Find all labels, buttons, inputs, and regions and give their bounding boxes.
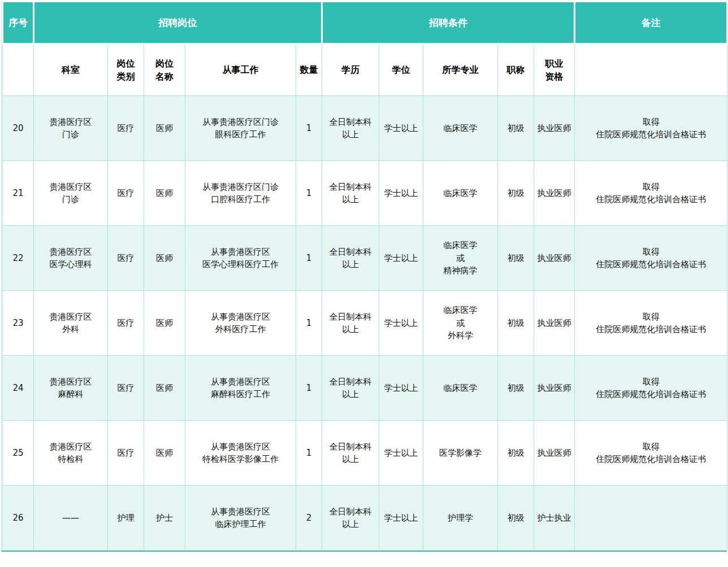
cell-education: 全日制本科 以上 (322, 356, 379, 421)
header-remark: 备注 (575, 2, 727, 44)
header-remark-spacer (575, 44, 727, 96)
cell-dept: 贵港医疗区 特检科 (34, 421, 108, 486)
cell-category: 医疗 (108, 226, 144, 291)
cell-no: 25 (3, 421, 34, 486)
cell-work: 从事贵港医疗区 特检科医学影像工作 (185, 421, 296, 486)
cell-dept: 贵港医疗区 医学心理科 (34, 226, 108, 291)
table-header: 序号 招聘岗位 招聘条件 备注 科室 岗位 类别 岗位 名称 从事工作 数量 学… (3, 2, 727, 96)
cell-count: 1 (296, 291, 322, 356)
header-dept: 科室 (34, 44, 108, 96)
cell-count: 1 (296, 226, 322, 291)
cell-title: 初级 (498, 486, 534, 551)
cell-degree: 学士以上 (379, 161, 423, 226)
cell-no: 26 (3, 486, 34, 551)
cell-work: 从事贵港医疗区 外科医疗工作 (185, 291, 296, 356)
cell-degree: 学士以上 (379, 421, 423, 486)
table-row: 24 贵港医疗区 麻醉科 医疗 医师 从事贵港医疗区 麻醉科医疗工作 1 全日制… (3, 356, 727, 421)
header-work: 从事工作 (185, 44, 296, 96)
cell-work: 从事贵港医疗区 临床护理工作 (185, 486, 296, 551)
cell-dept: 贵港医疗区 门诊 (34, 96, 108, 161)
cell-qualification: 执业医师 (534, 226, 575, 291)
cell-count: 1 (296, 356, 322, 421)
cell-remark: 取得 住院医师规范化培训合格证书 (575, 96, 727, 161)
cell-category: 医疗 (108, 356, 144, 421)
cell-remark: 取得 住院医师规范化培训合格证书 (575, 226, 727, 291)
table-row: 23 贵港医疗区 外科 医疗 医师 从事贵港医疗区 外科医疗工作 1 全日制本科… (3, 291, 727, 356)
cell-remark: 取得 住院医师规范化培训合格证书 (575, 356, 727, 421)
cell-count: 2 (296, 486, 322, 551)
cell-post-name: 护士 (144, 486, 185, 551)
cell-education: 全日制本科 以上 (322, 161, 379, 226)
header-recruit-post-group: 招聘岗位 (34, 2, 322, 44)
header-sub-row: 科室 岗位 类别 岗位 名称 从事工作 数量 学历 学位 所学专业 职称 职业 … (3, 44, 727, 96)
cell-category: 护理 (108, 486, 144, 551)
cell-title: 初级 (498, 291, 534, 356)
cell-work: 从事贵港医疗区门诊 口腔科医疗工作 (185, 161, 296, 226)
cell-title: 初级 (498, 161, 534, 226)
cell-degree: 学士以上 (379, 291, 423, 356)
cell-post-name: 医师 (144, 161, 185, 226)
cell-qualification: 执业医师 (534, 291, 575, 356)
table-row: 25 贵港医疗区 特检科 医疗 医师 从事贵港医疗区 特检科医学影像工作 1 全… (3, 421, 727, 486)
cell-work: 从事贵港医疗区 麻醉科医疗工作 (185, 356, 296, 421)
header-recruit-condition-group: 招聘条件 (322, 2, 575, 44)
cell-category: 医疗 (108, 161, 144, 226)
cell-post-name: 医师 (144, 226, 185, 291)
cell-degree: 学士以上 (379, 486, 423, 551)
cell-count: 1 (296, 421, 322, 486)
table-row: 21 贵港医疗区 门诊 医疗 医师 从事贵港医疗区门诊 口腔科医疗工作 1 全日… (3, 161, 727, 226)
cell-no: 20 (3, 96, 34, 161)
cell-qualification: 执业医师 (534, 421, 575, 486)
cell-post-name: 医师 (144, 356, 185, 421)
cell-work: 从事贵港医疗区 医学心理科医疗工作 (185, 226, 296, 291)
cell-dept: 贵港医疗区 外科 (34, 291, 108, 356)
cell-degree: 学士以上 (379, 226, 423, 291)
table-body: 20 贵港医疗区 门诊 医疗 医师 从事贵港医疗区门诊 眼科医疗工作 1 全日制… (3, 96, 727, 551)
cell-category: 医疗 (108, 96, 144, 161)
header-degree: 学位 (379, 44, 423, 96)
recruitment-table: 序号 招聘岗位 招聘条件 备注 科室 岗位 类别 岗位 名称 从事工作 数量 学… (2, 1, 728, 551)
cell-major: 临床医学 (423, 161, 498, 226)
cell-education: 全日制本科 以上 (322, 291, 379, 356)
cell-work: 从事贵港医疗区门诊 眼科医疗工作 (185, 96, 296, 161)
header-major: 所学专业 (423, 44, 498, 96)
cell-no: 22 (3, 226, 34, 291)
header-seq: 序号 (3, 2, 34, 44)
header-category: 岗位 类别 (108, 44, 144, 96)
cell-count: 1 (296, 96, 322, 161)
cell-no: 24 (3, 356, 34, 421)
cell-education: 全日制本科 以上 (322, 486, 379, 551)
cell-dept: 贵港医疗区 门诊 (34, 161, 108, 226)
cell-qualification: 执业医师 (534, 356, 575, 421)
cell-remark: 取得 住院医师规范化培训合格证书 (575, 291, 727, 356)
recruitment-table-container: 序号 招聘岗位 招聘条件 备注 科室 岗位 类别 岗位 名称 从事工作 数量 学… (1, 1, 727, 552)
cell-remark: 取得 住院医师规范化培训合格证书 (575, 421, 727, 486)
cell-remark (575, 486, 727, 551)
cell-category: 医疗 (108, 291, 144, 356)
cell-post-name: 医师 (144, 291, 185, 356)
table-row: 22 贵港医疗区 医学心理科 医疗 医师 从事贵港医疗区 医学心理科医疗工作 1… (3, 226, 727, 291)
cell-education: 全日制本科 以上 (322, 96, 379, 161)
cell-qualification: 执业医师 (534, 96, 575, 161)
cell-degree: 学士以上 (379, 96, 423, 161)
cell-major: 临床医学 (423, 96, 498, 161)
cell-title: 初级 (498, 356, 534, 421)
table-row: 20 贵港医疗区 门诊 医疗 医师 从事贵港医疗区门诊 眼科医疗工作 1 全日制… (3, 96, 727, 161)
cell-major: 护理学 (423, 486, 498, 551)
cell-major: 临床医学 或 外科学 (423, 291, 498, 356)
cell-education: 全日制本科 以上 (322, 226, 379, 291)
cell-title: 初级 (498, 421, 534, 486)
header-count: 数量 (296, 44, 322, 96)
cell-major: 临床医学 (423, 356, 498, 421)
cell-title: 初级 (498, 226, 534, 291)
cell-major: 临床医学 或 精神病学 (423, 226, 498, 291)
cell-count: 1 (296, 161, 322, 226)
header-qualification: 职业 资格 (534, 44, 575, 96)
cell-no: 23 (3, 291, 34, 356)
cell-post-name: 医师 (144, 421, 185, 486)
header-education: 学历 (322, 44, 379, 96)
table-row: 26 —— 护理 护士 从事贵港医疗区 临床护理工作 2 全日制本科 以上 学士… (3, 486, 727, 551)
cell-major: 医学影像学 (423, 421, 498, 486)
cell-no: 21 (3, 161, 34, 226)
header-title: 职称 (498, 44, 534, 96)
